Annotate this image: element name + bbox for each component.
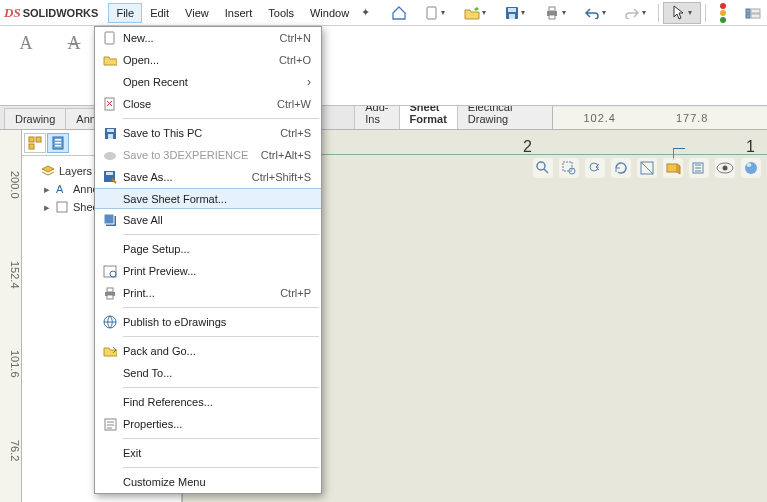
menu-item-label: Exit [121,447,311,459]
appearance-icon[interactable] [741,158,761,178]
print-icon [99,284,121,302]
svg-rect-21 [55,139,61,141]
menu-item-label: Save to This PC [121,127,280,139]
traffic-light-icon[interactable] [714,3,732,23]
svg-rect-5 [549,7,555,11]
menu-item-label: Send To... [121,367,311,379]
menu-item-label: Save to 3DEXPERIENCE [121,149,261,161]
menu-item-shortcut: Ctrl+Shift+S [252,171,311,183]
section-icon[interactable] [637,158,657,178]
menu-item-label: Close [121,98,277,110]
zoom-prev-icon[interactable] [585,158,605,178]
menu-item-save-sheet-format[interactable]: Save Sheet Format... [95,188,321,209]
blank-icon [99,240,121,258]
twisty-icon[interactable]: ▸ [42,201,51,214]
svg-rect-22 [55,142,61,144]
ruler-mark: 101.6 [0,350,21,378]
rotate-icon[interactable] [611,158,631,178]
menu-edit[interactable]: Edit [142,3,177,23]
menu-item-label: Customize Menu [121,476,311,488]
menubar: DS SOLIDWORKS File Edit View Insert Tool… [0,0,767,26]
menu-item-label: Print Preview... [121,265,311,277]
app-name: SOLIDWORKS [23,7,99,19]
sidebar-tab-feature-tree[interactable] [24,133,46,153]
menu-item-shortcut: Ctrl+P [280,287,311,299]
menu-item-page-setup[interactable]: Page Setup... [95,238,321,260]
print-icon[interactable] [536,2,574,24]
ruler-vertical: 200.0 152.4 101.6 76.2 [0,130,22,502]
svg-rect-2 [508,8,516,12]
menu-item-open-recent[interactable]: Open Recent [95,71,321,93]
pin-icon[interactable]: ✦ [361,6,370,19]
hide-show-icon[interactable] [689,158,709,178]
menu-view[interactable]: View [177,3,217,23]
menu-item-save-to-3dexperience: Save to 3DEXPERIENCECtrl+Alt+S [95,144,321,166]
menu-item-customize-menu[interactable]: Customize Menu [95,471,321,493]
ds-logo-icon: DS [4,5,21,21]
menu-item-label: Find References... [121,396,311,408]
file-menu-dropdown: New...Ctrl+NOpen...Ctrl+OOpen RecentClos… [94,26,322,494]
save-icon[interactable] [496,2,534,24]
select-icon[interactable] [663,2,701,24]
display-style-icon[interactable] [663,158,683,178]
menu-item-pack-and-go[interactable]: Pack and Go... [95,340,321,362]
axis-label-1: 1 [746,138,755,156]
menu-item-save-to-this-pc[interactable]: Save to This PCCtrl+S [95,122,321,144]
ruler-horizontal: 102.4 177.8 200.0 [552,107,767,129]
menu-separator [123,234,319,235]
menu-item-shortcut: Ctrl+Alt+S [261,149,311,161]
letter-a-icon: A [13,30,39,56]
new-icon[interactable] [416,2,454,24]
svg-rect-41 [108,134,113,139]
menu-item-find-references[interactable]: Find References... [95,391,321,413]
menu-separator [123,336,319,337]
menu-item-publish-to-edrawings[interactable]: Publish to eDrawings [95,311,321,333]
svg-rect-3 [509,14,515,19]
menu-item-open[interactable]: Open...Ctrl+O [95,49,321,71]
quick-access-toolbar [384,2,767,24]
menu-item-label: Save All [121,214,311,226]
svg-rect-31 [667,164,677,172]
svg-rect-0 [427,7,436,19]
menu-item-properties[interactable]: Properties... [95,413,321,435]
menu-insert[interactable]: Insert [217,3,261,23]
svg-rect-44 [106,172,113,175]
menu-item-label: Pack and Go... [121,345,311,357]
menu-item-print-preview[interactable]: Print Preview... [95,260,321,282]
zoom-area-icon[interactable] [559,158,579,178]
open-icon[interactable] [456,2,494,24]
svg-rect-8 [746,14,750,18]
saveas-icon [99,168,121,186]
menu-item-save-as[interactable]: Save As...Ctrl+Shift+S [95,166,321,188]
menu-item-send-to[interactable]: Send To... [95,362,321,384]
menu-separator [123,467,319,468]
redo-icon[interactable] [616,2,654,24]
menu-file[interactable]: File [108,3,142,23]
menu-window[interactable]: Window [302,3,357,23]
home-icon[interactable] [384,2,414,24]
tab-drawing[interactable]: Drawing [4,108,66,129]
svg-rect-27 [563,162,572,171]
menu-item-exit[interactable]: Exit [95,442,321,464]
open-icon [99,51,121,69]
menu-item-shortcut: Ctrl+N [280,32,311,44]
menu-item-new[interactable]: New...Ctrl+N [95,27,321,49]
menu-item-save-all[interactable]: Save All [95,209,321,231]
twisty-icon[interactable]: ▸ [42,183,51,196]
svg-rect-51 [107,295,113,299]
ribbon-font-a-strike[interactable]: A [54,30,94,103]
menu-tools[interactable]: Tools [260,3,302,23]
eye-icon[interactable] [715,158,735,178]
ribbon-font-a[interactable]: A [6,30,46,103]
new-icon [99,29,121,47]
rebuild-icon[interactable] [738,2,767,24]
undo-icon[interactable] [576,2,614,24]
blank-icon [99,444,121,462]
sidebar-tab-property-manager[interactable] [47,133,69,153]
menu-item-print[interactable]: Print...Ctrl+P [95,282,321,304]
menu-item-label: Properties... [121,418,311,430]
menu-item-close[interactable]: CloseCtrl+W [95,93,321,115]
zoom-fit-icon[interactable] [533,158,553,178]
menu-separator [123,387,319,388]
menu-item-shortcut: Ctrl+S [280,127,311,139]
